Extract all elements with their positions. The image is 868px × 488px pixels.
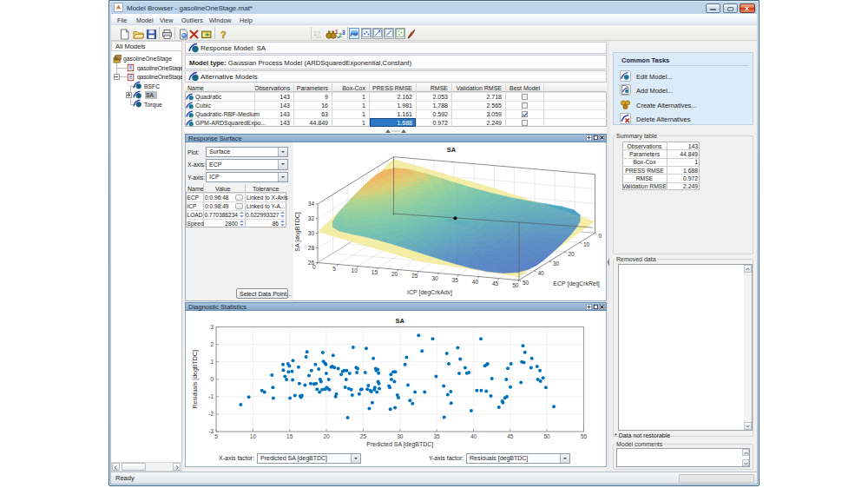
svg-text:0: 0 <box>599 233 602 239</box>
svg-text:1: 1 <box>210 359 214 365</box>
svg-text:3: 3 <box>210 324 214 330</box>
svg-text:26: 26 <box>308 260 315 266</box>
svg-text:Predicted SA [degBTDC]: Predicted SA [degBTDC] <box>366 441 433 448</box>
svg-text:?: ? <box>220 30 227 40</box>
svg-text:2: 2 <box>210 341 214 347</box>
svg-text:ICP [degCrkAdv]: ICP [degCrkAdv] <box>407 289 452 296</box>
svg-text:Residuals [degBTDC]: Residuals [degBTDC] <box>192 350 199 408</box>
svg-text:30: 30 <box>553 260 560 267</box>
svg-text:30: 30 <box>431 275 438 281</box>
svg-text:30: 30 <box>397 433 404 439</box>
svg-text:35: 35 <box>452 277 459 283</box>
svg-text:15: 15 <box>286 433 293 439</box>
svg-text:0: 0 <box>210 376 214 382</box>
svg-text:20: 20 <box>323 433 330 439</box>
svg-text:-2: -2 <box>208 411 214 417</box>
svg-text:5: 5 <box>214 433 218 439</box>
svg-text:30: 30 <box>308 230 315 236</box>
svg-text:SA: SA <box>447 146 457 154</box>
svg-text:50: 50 <box>523 280 529 286</box>
svg-text:55: 55 <box>581 433 588 439</box>
svg-text:10: 10 <box>250 433 257 439</box>
svg-text:20: 20 <box>569 251 575 257</box>
svg-text:10: 10 <box>352 267 358 274</box>
svg-text:25: 25 <box>411 273 418 279</box>
svg-text:-1: -1 <box>208 393 214 399</box>
svg-text:45: 45 <box>507 433 514 439</box>
svg-text:3: 3 <box>342 30 345 36</box>
svg-text:ECP [degCrkRet]: ECP [degCrkRet] <box>553 280 600 287</box>
svg-text:34: 34 <box>308 201 315 207</box>
svg-text:SA [degBTDC]: SA [degBTDC] <box>294 212 301 252</box>
svg-text:32: 32 <box>308 215 315 221</box>
svg-text:50: 50 <box>512 282 519 288</box>
svg-text:15: 15 <box>372 269 378 275</box>
svg-text:45: 45 <box>492 280 499 287</box>
svg-text:40: 40 <box>470 433 477 439</box>
svg-text:20: 20 <box>391 271 398 277</box>
svg-text:-3: -3 <box>208 428 214 434</box>
svg-text:SA: SA <box>396 317 405 325</box>
svg-text:50: 50 <box>543 433 550 439</box>
svg-text:1?: 1? <box>313 30 320 36</box>
svg-text:10: 10 <box>583 241 590 247</box>
svg-text:40: 40 <box>472 279 479 285</box>
svg-text:35: 35 <box>433 433 440 439</box>
svg-text:40: 40 <box>538 270 545 276</box>
svg-text:28: 28 <box>308 245 315 251</box>
svg-text:25: 25 <box>360 433 367 439</box>
svg-text:5: 5 <box>332 266 336 272</box>
